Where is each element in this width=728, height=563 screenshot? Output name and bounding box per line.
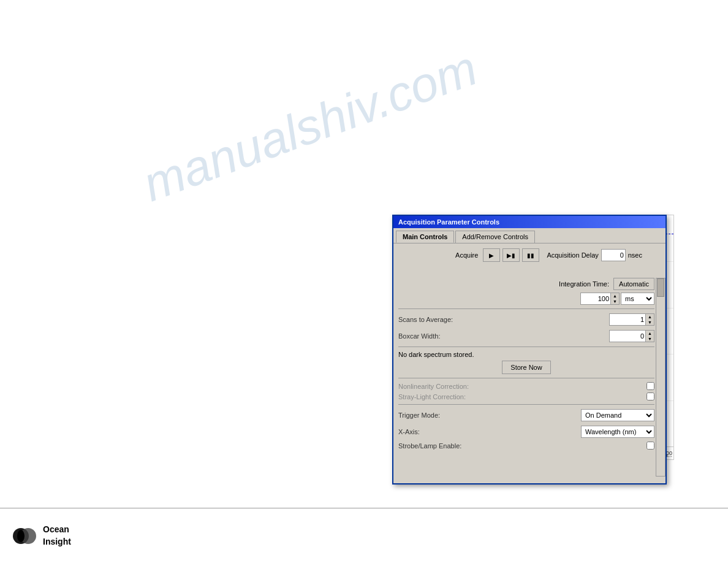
boxcar-width-label: Boxcar Width: xyxy=(398,332,609,340)
footer-logo-line2: Insight xyxy=(43,536,71,548)
dialog-tabs: Main Controls Add/Remove Controls xyxy=(393,228,665,243)
scroll-thumb[interactable] xyxy=(657,278,664,297)
trigger-mode-row: Trigger Mode: On Demand Normal Software … xyxy=(398,408,654,422)
xaxis-select[interactable]: Wavelength (nm) Wavenumber (cm-1) Pixel xyxy=(581,426,654,438)
integration-up-arrow[interactable]: ▲ xyxy=(611,293,619,299)
separator-4 xyxy=(398,404,654,405)
acquire-row: Acquire ▶ ▶▮ ▮▮ Acquisition Delay nsec xyxy=(398,248,661,262)
strobe-lamp-checkbox[interactable] xyxy=(646,442,654,450)
acquire-label: Acquire xyxy=(455,251,478,259)
pause-button[interactable]: ▮▮ xyxy=(522,248,539,262)
store-now-button[interactable]: Store Now xyxy=(502,361,551,374)
scans-to-average-row: Scans to Average: ▲ ▼ xyxy=(398,313,654,326)
strobe-lamp-row: Strobe/Lamp Enable: xyxy=(398,442,654,450)
play-button[interactable]: ▶ xyxy=(483,248,500,262)
stray-light-row: Stray-Light Correction: xyxy=(398,393,654,400)
scroll-track[interactable] xyxy=(656,278,665,477)
trigger-mode-label: Trigger Mode: xyxy=(398,412,581,419)
dialog-content: Acquire ▶ ▶▮ ▮▮ Acquisition Delay nsec I… xyxy=(393,243,665,481)
dialog-title: Acquisition Parameter Controls xyxy=(398,218,499,226)
scrollable-panel: Integration Time: Automatic ▲ ▼ ms us s xyxy=(398,278,665,477)
integration-time-input[interactable] xyxy=(580,293,611,305)
acquisition-parameter-dialog: Acquisition Parameter Controls Main Cont… xyxy=(392,215,667,484)
integration-time-section: Integration Time: Automatic xyxy=(398,278,654,290)
nonlinearity-label: Nonlinearity Correction: xyxy=(398,383,646,390)
xaxis-label: X-Axis: xyxy=(398,428,581,435)
integration-time-label: Integration Time: xyxy=(559,280,609,288)
boxcar-spinner[interactable]: ▲ ▼ xyxy=(646,330,654,342)
strobe-lamp-label: Strobe/Lamp Enable: xyxy=(398,442,646,450)
acq-delay-input[interactable] xyxy=(601,249,626,261)
acq-delay-label: Acquisition Delay xyxy=(547,251,598,259)
acq-delay-unit: nsec xyxy=(628,251,642,259)
integration-unit-select[interactable]: ms us s xyxy=(621,293,654,305)
dark-spectrum-text: No dark spectrum stored. xyxy=(398,351,654,358)
automatic-button[interactable]: Automatic xyxy=(613,278,654,290)
scans-to-average-input[interactable] xyxy=(609,313,646,326)
separator-3 xyxy=(398,378,654,378)
boxcar-up-arrow[interactable]: ▲ xyxy=(646,331,654,336)
integration-time-spinner[interactable]: ▲ ▼ xyxy=(611,293,620,305)
watermark: manualshiv.com xyxy=(136,40,485,213)
boxcar-down-arrow[interactable]: ▼ xyxy=(646,336,654,342)
scans-to-average-label: Scans to Average: xyxy=(398,316,609,323)
integration-value-row: ▲ ▼ ms us s xyxy=(398,293,654,305)
xaxis-row: X-Axis: Wavelength (nm) Wavenumber (cm-1… xyxy=(398,425,654,439)
footer-logo: Ocean Insight xyxy=(12,524,71,548)
boxcar-width-input[interactable] xyxy=(609,330,646,342)
step-forward-button[interactable]: ▶▮ xyxy=(502,248,520,262)
footer: Ocean Insight xyxy=(0,508,728,563)
integration-down-arrow[interactable]: ▼ xyxy=(611,299,619,304)
scans-up-arrow[interactable]: ▲ xyxy=(646,314,654,320)
ocean-insight-logo-icon xyxy=(12,524,37,548)
form-area: Integration Time: Automatic ▲ ▼ ms us s xyxy=(398,278,654,450)
footer-logo-text: Ocean Insight xyxy=(43,524,71,548)
dialog-titlebar: Acquisition Parameter Controls xyxy=(393,216,665,228)
scans-spinner[interactable]: ▲ ▼ xyxy=(646,313,654,326)
stray-light-label: Stray-Light Correction: xyxy=(398,393,646,400)
boxcar-width-row: Boxcar Width: ▲ ▼ xyxy=(398,329,654,343)
trigger-mode-select[interactable]: On Demand Normal Software External Hardw… xyxy=(581,409,654,421)
svg-point-2 xyxy=(17,530,25,542)
footer-logo-line1: Ocean xyxy=(43,524,71,536)
nonlinearity-row: Nonlinearity Correction: xyxy=(398,382,654,390)
scans-down-arrow[interactable]: ▼ xyxy=(646,320,654,325)
tab-main-controls[interactable]: Main Controls xyxy=(396,231,454,243)
stray-light-checkbox[interactable] xyxy=(646,393,654,400)
tab-add-remove-controls[interactable]: Add/Remove Controls xyxy=(455,231,535,243)
separator-2 xyxy=(398,347,654,347)
separator-1 xyxy=(398,308,654,309)
nonlinearity-checkbox[interactable] xyxy=(646,382,654,390)
